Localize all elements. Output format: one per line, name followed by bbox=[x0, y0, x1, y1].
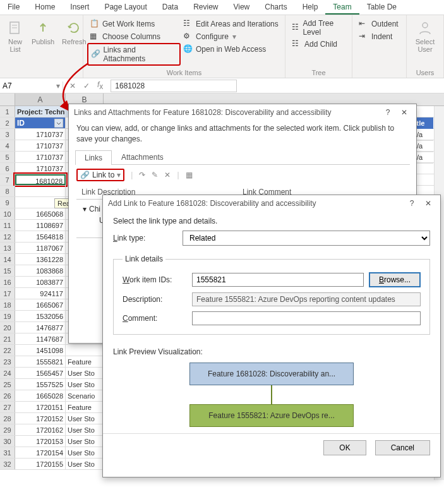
row-header[interactable]: 31 bbox=[0, 447, 15, 458]
row-header[interactable]: 27 bbox=[0, 402, 15, 412]
add-child-button[interactable]: ☷Add Child bbox=[289, 38, 348, 51]
cell-id[interactable]: 1710737 bbox=[15, 163, 66, 174]
cell-id[interactable]: 1187067 bbox=[15, 243, 66, 253]
row-header[interactable]: 3 bbox=[0, 129, 15, 140]
cell-title[interactable]: User Sto bbox=[66, 368, 104, 378]
name-box-input[interactable] bbox=[3, 81, 40, 90]
help-icon[interactable]: ? bbox=[406, 199, 417, 208]
cell-id[interactable]: 1083877 bbox=[15, 277, 66, 287]
cell-title[interactable]: Feature bbox=[66, 356, 104, 367]
row-header[interactable]: 16 bbox=[0, 277, 15, 287]
edit-areas-button[interactable]: ☷Edit Areas and Iterations bbox=[181, 18, 281, 30]
cancel-formula-icon[interactable]: ✕ bbox=[69, 81, 76, 90]
row-header[interactable]: 1 bbox=[0, 106, 15, 117]
delete-icon[interactable]: ✕ bbox=[164, 171, 171, 179]
cell-title[interactable]: User Sto bbox=[66, 424, 104, 435]
row-header[interactable]: 8 bbox=[0, 186, 15, 196]
help-icon[interactable]: ? bbox=[382, 108, 393, 117]
cell-title[interactable]: User Sto bbox=[66, 413, 104, 424]
comment-input[interactable] bbox=[192, 311, 421, 325]
cell-title[interactable]: User Sto bbox=[66, 436, 104, 447]
row-header[interactable]: 13 bbox=[0, 243, 15, 253]
redo-icon[interactable]: ↷ bbox=[139, 171, 145, 179]
choose-columns-button[interactable]: ▦Choose Columns bbox=[87, 30, 181, 43]
publish-button[interactable]: Publish bbox=[29, 18, 57, 54]
cell-id[interactable]: 1710737 bbox=[15, 140, 66, 151]
row-header[interactable]: 29 bbox=[0, 424, 15, 435]
work-item-ids-input[interactable] bbox=[192, 273, 364, 287]
collapse-icon[interactable]: ▾ bbox=[83, 205, 87, 213]
formula-input[interactable]: 1681028 bbox=[111, 80, 237, 92]
row-header[interactable]: 5 bbox=[0, 152, 15, 162]
row-header[interactable]: 21 bbox=[0, 333, 15, 344]
cancel-button[interactable]: Cancel bbox=[375, 440, 430, 455]
cell-id[interactable]: 1720154 bbox=[15, 447, 66, 458]
cell-id[interactable]: 1681028 bbox=[15, 174, 66, 185]
row-header[interactable]: 7 bbox=[0, 174, 15, 185]
cell-id[interactable]: 1720155 bbox=[15, 459, 66, 469]
cell-id[interactable]: 1476877 bbox=[15, 322, 66, 333]
chevron-down-icon[interactable]: ▾ bbox=[56, 81, 60, 90]
open-web-button[interactable]: 🌐Open in Web Access bbox=[181, 43, 281, 56]
edit-icon[interactable]: ✎ bbox=[152, 171, 158, 179]
tab-table-design[interactable]: Table De bbox=[359, 0, 404, 15]
enter-formula-icon[interactable]: ✓ bbox=[83, 81, 90, 90]
columns-icon[interactable]: ▦ bbox=[186, 171, 193, 179]
row-header[interactable]: 2 bbox=[0, 117, 15, 128]
row-header[interactable]: 26 bbox=[0, 390, 15, 401]
row-header[interactable]: 14 bbox=[0, 254, 15, 265]
cell-title[interactable]: Scenario bbox=[66, 390, 104, 401]
cell-id[interactable]: 1710737 bbox=[15, 129, 66, 140]
tab-links[interactable]: Links bbox=[75, 150, 112, 165]
cell-id[interactable]: 1108697 bbox=[15, 220, 66, 231]
cell-id[interactable]: 1720151 bbox=[15, 402, 66, 412]
row-header[interactable]: 10 bbox=[0, 208, 15, 219]
tab-file[interactable]: File bbox=[0, 0, 27, 15]
row-header[interactable]: 6 bbox=[0, 163, 15, 174]
cell-id[interactable]: 1665067 bbox=[15, 299, 66, 310]
cell-id[interactable]: 1710737 bbox=[15, 152, 66, 162]
row-header[interactable]: 22 bbox=[0, 345, 15, 356]
tab-team[interactable]: Team bbox=[325, 0, 359, 15]
tab-charts[interactable]: Charts bbox=[257, 0, 294, 15]
add-tree-level-button[interactable]: ☷Add Tree Level bbox=[289, 18, 348, 38]
outdent-button[interactable]: ⇤Outdent bbox=[356, 18, 402, 30]
cell-id[interactable]: 1532056 bbox=[15, 311, 66, 321]
new-list-button[interactable]: New List bbox=[4, 18, 27, 54]
ok-button[interactable]: OK bbox=[323, 440, 366, 455]
row-header[interactable]: 17 bbox=[0, 288, 15, 299]
row-header[interactable]: 9 bbox=[0, 197, 15, 208]
browse-button[interactable]: Browse... bbox=[369, 272, 421, 287]
cell-id[interactable]: 1665028 bbox=[15, 390, 66, 401]
tab-view[interactable]: View bbox=[225, 0, 257, 15]
cell-id[interactable]: 1361228 bbox=[15, 254, 66, 265]
row-header[interactable]: 15 bbox=[0, 265, 15, 276]
close-icon[interactable]: ✕ bbox=[421, 199, 435, 208]
cell-id[interactable]: 1555821 bbox=[15, 356, 66, 367]
cell-title[interactable]: Feature bbox=[66, 402, 104, 412]
cell-id[interactable]: 1147687 bbox=[15, 333, 66, 344]
links-attachments-button[interactable]: 🔗Links and Attachments bbox=[87, 43, 181, 66]
cell-title[interactable]: User Sto bbox=[66, 379, 104, 390]
tab-page-layout[interactable]: Page Layout bbox=[97, 0, 154, 15]
tab-data[interactable]: Data bbox=[155, 0, 186, 15]
tab-attachments[interactable]: Attachments bbox=[112, 150, 173, 164]
cell-id[interactable]: 1665068 bbox=[15, 208, 66, 219]
cell-id[interactable]: 1565457 bbox=[15, 368, 66, 378]
select-user-button[interactable]: Select User bbox=[411, 18, 440, 54]
row-header[interactable]: 12 bbox=[0, 231, 15, 242]
fx-icon[interactable]: fx bbox=[97, 80, 103, 91]
cell-id[interactable]: 1564818 bbox=[15, 231, 66, 242]
row-header[interactable]: 20 bbox=[0, 322, 15, 333]
row-header[interactable]: 4 bbox=[0, 140, 15, 151]
name-box[interactable]: ▾ bbox=[0, 81, 63, 90]
row-header[interactable]: 30 bbox=[0, 436, 15, 447]
row-header[interactable]: 28 bbox=[0, 413, 15, 424]
cell-id[interactable]: 1720152 bbox=[15, 413, 66, 424]
col-header-a[interactable]: A bbox=[15, 93, 66, 105]
get-work-items-button[interactable]: 📋Get Work Items bbox=[87, 18, 181, 30]
tab-help[interactable]: Help bbox=[295, 0, 326, 15]
cell-title[interactable]: User Sto bbox=[66, 459, 104, 469]
filter-icon[interactable] bbox=[54, 119, 63, 128]
cell-id[interactable]: 924117 bbox=[15, 288, 66, 299]
